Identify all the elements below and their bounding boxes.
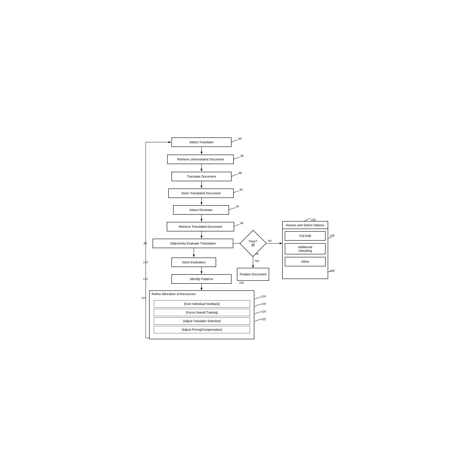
other-label: Other xyxy=(301,260,309,263)
retrieve-translated-label: Retrieve Translated Document xyxy=(179,225,222,228)
retrieve-translated-box: Retrieve Translated Document xyxy=(167,222,234,231)
svg-text:Yes: Yes xyxy=(255,259,259,262)
additional-sampling-box: AdditionalSampling xyxy=(285,243,325,254)
adjust-pricing-box: [Adjust Pricing/Compensation] xyxy=(154,326,250,333)
select-translator-label: Select Translator xyxy=(189,140,214,144)
ref-96: 96 xyxy=(144,242,147,245)
ref-116: 116 xyxy=(261,295,266,298)
finalize-document-box: Finalize Document xyxy=(237,268,269,281)
ref-100: 100 xyxy=(239,281,244,284)
diamond-shape xyxy=(239,230,267,257)
ref-86: 86 xyxy=(240,154,244,157)
other-box: Other xyxy=(285,257,325,266)
finalize-document-label: Finalize Document xyxy=(240,272,266,276)
flowchart-diagram: No Yes 104 xyxy=(141,131,335,341)
ref-110: 110 xyxy=(143,260,148,264)
evaluate-translation-box: Objectively Evaluate Translation xyxy=(153,239,233,248)
ref-112: 112 xyxy=(143,277,148,280)
ref-108: 108 xyxy=(330,269,335,272)
ref-88: 88 xyxy=(238,171,241,175)
store-translated-label: Store Translated Document xyxy=(181,191,221,195)
ref-118: 118 xyxy=(261,302,266,305)
store-translated-box: Store Translated Document xyxy=(168,189,234,198)
ref-122: 122 xyxy=(261,318,266,321)
focus-training-box: [Focus Overall Training] xyxy=(154,309,250,316)
ref-114: 114 xyxy=(141,296,146,299)
ref-84: 84 xyxy=(238,137,241,140)
assess-select-outer: Assess and Select Options Full Edit Addi… xyxy=(282,221,328,279)
ref-120: 120 xyxy=(261,310,266,313)
select-reviewer-box: Select Reviewer xyxy=(173,205,229,215)
select-translator-box: Select Translator xyxy=(171,137,232,147)
full-edit-label: Full Edit xyxy=(299,234,311,238)
translate-document-label: Translate Document xyxy=(187,175,216,178)
identify-patterns-label: Identify Patterns xyxy=(190,277,213,281)
evaluate-translation-label: Objectively Evaluate Translation xyxy=(170,242,216,245)
pass-diamond: Pass? 98 xyxy=(244,234,262,253)
retrieve-untranslated-label: Retrieve Untranslated Document xyxy=(177,157,224,161)
ref-106: 106 xyxy=(330,234,335,237)
identify-patterns-box: Identify Patterns xyxy=(171,274,232,284)
translate-document-box: Translate Document xyxy=(171,172,232,181)
assess-select-title: Assess and Select Options xyxy=(283,222,328,229)
full-edit-box: Full Edit xyxy=(285,231,325,241)
store-evaluation-label: Store Evaluation xyxy=(182,260,205,264)
svg-text:No: No xyxy=(268,239,272,242)
refine-allocation-title: Refine Allocation of Resources xyxy=(150,291,254,297)
give-feedback-box: [Give Individual Feedback] xyxy=(154,300,250,308)
adjust-selection-box: [Adjust Translator Selection] xyxy=(154,317,250,325)
select-reviewer-label: Select Reviewer xyxy=(189,208,213,212)
ref-90: 90 xyxy=(239,188,242,191)
ref-92: 92 xyxy=(236,205,239,208)
retrieve-untranslated-box: Retrieve Untranslated Document xyxy=(167,155,234,164)
ref-102: 102 xyxy=(311,218,316,221)
store-evaluation-box: Store Evaluation xyxy=(171,258,216,267)
additional-sampling-label: AdditionalSampling xyxy=(298,245,312,252)
refine-allocation-outer: Refine Allocation of Resources [Give Ind… xyxy=(149,290,254,339)
ref-94: 94 xyxy=(240,222,243,225)
